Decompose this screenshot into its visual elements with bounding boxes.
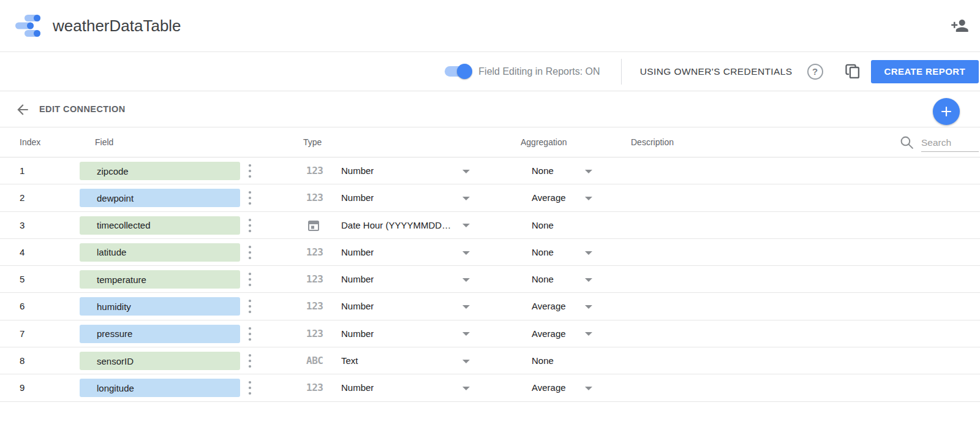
calendar-type-icon [306, 212, 331, 235]
type-select[interactable]: Number [341, 320, 374, 347]
description-cell[interactable] [631, 212, 980, 238]
aggregation-dropdown-arrow-icon[interactable] [585, 387, 592, 390]
more-vert-icon[interactable] [244, 326, 255, 343]
description-cell[interactable] [631, 293, 980, 319]
column-header-aggregation: Aggregation [521, 127, 567, 157]
field-chip[interactable]: humidity [80, 297, 240, 316]
field-name: humidity [97, 301, 131, 312]
field-name: sensorID [97, 356, 134, 366]
table-row: 6 humidity 123 Number Average [0, 293, 980, 320]
more-vert-icon[interactable] [244, 380, 255, 396]
number-type-icon: 123 [306, 239, 331, 266]
type-select[interactable]: Text [341, 347, 358, 374]
type-dropdown-arrow-icon[interactable] [462, 360, 470, 363]
field-chip[interactable]: sensorID [80, 352, 240, 370]
type-dropdown-arrow-icon[interactable] [462, 224, 470, 227]
field-name: temperature [97, 274, 146, 285]
more-vert-icon[interactable] [244, 271, 255, 288]
aggregation-select[interactable]: Average [532, 293, 566, 320]
page-title[interactable]: weatherDataTable [53, 17, 181, 36]
type-select[interactable]: Number [341, 293, 374, 320]
credentials-menu[interactable]: USING OWNER'S CREDENTIALS [640, 66, 793, 77]
aggregation-dropdown-arrow-icon[interactable] [585, 278, 592, 282]
edit-connection-button[interactable]: EDIT CONNECTION [39, 91, 126, 127]
description-cell[interactable] [631, 239, 980, 265]
type-dropdown-arrow-icon[interactable] [462, 278, 470, 282]
description-cell[interactable] [631, 184, 980, 211]
aggregation-dropdown-arrow-icon[interactable] [585, 197, 592, 200]
type-select[interactable]: Number [341, 266, 374, 293]
type-select[interactable]: Number [341, 184, 374, 211]
table-row: 9 longitude 123 Number Average [0, 374, 980, 401]
type-select[interactable]: Date Hour (YYYYMMDD… [341, 212, 451, 239]
field-editing-toggle[interactable]: Field Editing in Reports: ON [445, 66, 600, 77]
field-chip[interactable]: temperature [80, 270, 240, 289]
text-type-icon: ABC [306, 347, 331, 374]
more-vert-icon[interactable] [244, 353, 255, 369]
aggregation-select[interactable]: Average [532, 184, 566, 211]
add-field-button[interactable] [933, 98, 960, 125]
type-select[interactable]: Number [341, 239, 374, 266]
type-select[interactable]: Number [341, 374, 374, 401]
type-dropdown-arrow-icon[interactable] [462, 305, 470, 309]
field-name: longitude [97, 383, 134, 393]
copy-datasource-icon[interactable] [844, 63, 861, 80]
more-vert-icon[interactable] [244, 244, 255, 261]
field-chip[interactable]: timecollected [80, 216, 240, 235]
more-vert-icon[interactable] [244, 218, 255, 234]
search-input[interactable] [921, 134, 979, 152]
field-chip[interactable]: dewpoint [80, 189, 240, 207]
more-vert-icon[interactable] [244, 163, 255, 180]
column-header-description: Description [631, 127, 674, 157]
number-type-icon: 123 [306, 184, 331, 211]
type-dropdown-arrow-icon[interactable] [462, 197, 470, 200]
aggregation-select[interactable]: Average [532, 320, 566, 347]
type-dropdown-arrow-icon[interactable] [462, 170, 470, 173]
type-dropdown-arrow-icon[interactable] [462, 251, 470, 255]
description-cell[interactable] [631, 347, 980, 374]
aggregation-select[interactable]: None [532, 212, 554, 239]
more-vert-icon[interactable] [244, 190, 255, 206]
toggle-track[interactable] [445, 66, 470, 77]
aggregation-dropdown-arrow-icon[interactable] [585, 305, 592, 309]
table-row: 2 dewpoint 123 Number Average [0, 184, 980, 211]
back-arrow-icon[interactable] [15, 102, 31, 118]
field-name: zipcode [97, 166, 129, 176]
field-chip[interactable]: latitude [80, 243, 240, 262]
table-row: 7 pressure 123 Number Average [0, 320, 980, 347]
field-name: pressure [97, 328, 132, 339]
table-row: 4 latitude 123 Number None [0, 239, 980, 266]
field-chip[interactable]: zipcode [80, 162, 240, 180]
description-cell[interactable] [631, 374, 980, 401]
type-dropdown-arrow-icon[interactable] [462, 387, 470, 390]
create-report-button[interactable]: CREATE REPORT [871, 60, 979, 83]
search-icon[interactable] [899, 135, 914, 150]
row-index: 6 [20, 293, 24, 320]
plus-icon [941, 106, 952, 117]
aggregation-select[interactable]: Average [532, 374, 566, 401]
description-cell[interactable] [631, 157, 980, 184]
field-name: timecollected [97, 220, 151, 230]
more-vert-icon[interactable] [244, 298, 255, 315]
row-index: 5 [20, 266, 24, 293]
aggregation-select[interactable]: None [532, 347, 554, 374]
aggregation-select[interactable]: None [532, 157, 554, 184]
help-icon[interactable]: ? [807, 64, 823, 80]
description-cell[interactable] [631, 266, 980, 292]
table-row: 8 sensorID ABC Text None [0, 347, 980, 374]
aggregation-select[interactable]: None [532, 266, 554, 293]
vertical-divider [621, 59, 622, 85]
aggregation-dropdown-arrow-icon[interactable] [585, 251, 592, 255]
type-select[interactable]: Number [341, 157, 374, 184]
field-chip[interactable]: longitude [80, 379, 240, 397]
person-add-icon[interactable] [951, 17, 969, 35]
description-cell[interactable] [631, 320, 980, 347]
data-studio-logo-icon[interactable] [15, 13, 42, 38]
aggregation-dropdown-arrow-icon[interactable] [585, 332, 592, 336]
type-dropdown-arrow-icon[interactable] [462, 332, 470, 336]
field-chip[interactable]: pressure [80, 325, 240, 343]
aggregation-select[interactable]: None [532, 239, 554, 266]
toggle-knob[interactable] [457, 64, 472, 79]
aggregation-dropdown-arrow-icon[interactable] [585, 170, 592, 173]
row-index: 2 [20, 184, 24, 211]
